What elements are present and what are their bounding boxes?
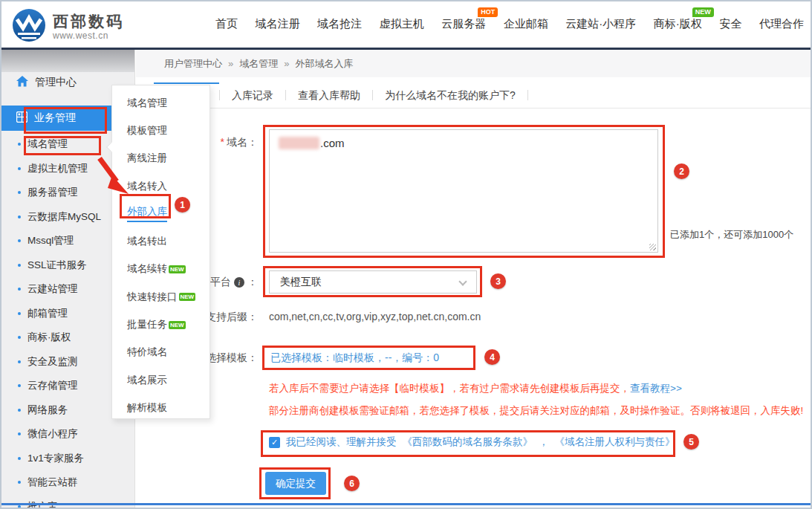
flyout-item-domain-renewal[interactable]: 域名续转NEW [112,256,210,283]
new-badge: NEW [169,321,186,329]
grid-icon [16,111,27,125]
tab-why-not-in-account[interactable]: 为什么域名不在我的账户下? [373,82,527,108]
breadcrumb: 用户管理中心 » 域名管理 » 外部域名入库 [136,50,811,77]
nav-domain-backorder[interactable]: 域名抢注 [317,17,362,31]
nav-site-builder[interactable]: 云建站·小程序 [565,17,636,31]
step-badge-6: 6 [344,476,360,491]
flyout-item-external-storage[interactable]: 外部入库 [112,200,210,227]
flyout-item-domain-transfer-in[interactable]: 域名转入 [112,172,210,200]
sidebar-home-label: 管理中心 [35,76,77,89]
bullet-icon [18,432,21,435]
top-bar: 西部数码 www.west.cn 首页 域名注册 域名抢注 虚拟主机 云服务器H… [1,1,811,50]
new-badge: NEW [169,265,186,273]
info-icon[interactable]: i [234,277,244,288]
step-badge-2: 2 [674,163,689,179]
bullet-icon [18,481,21,484]
home-icon [16,76,28,89]
redacted-domain-blur [279,137,319,149]
sidebar-item-smart-cloud[interactable]: 智能云站群 [1,470,134,495]
flyout-item-dns-template[interactable]: 解析模板 [112,394,210,421]
brand-logo[interactable]: 西部数码 www.west.cn [12,8,124,45]
sidebar-item-promotion[interactable]: 推广宝 [1,495,134,509]
breadcrumb-domain-management[interactable]: 域名管理 [239,57,278,71]
nav-security[interactable]: 安全 [719,17,741,31]
nav-enterprise-mail[interactable]: 企业邮箱 [504,17,548,31]
platform-select[interactable]: 美橙互联 [269,270,477,294]
view-tutorial-link[interactable]: 查看教程>> [630,383,682,394]
brand-logo-icon [12,8,46,45]
new-badge: NEW [179,293,196,301]
tab-storage-records[interactable]: 入库记录 [220,82,285,108]
bullet-icon [18,457,21,460]
agreement-text: 我已经阅读、理解并接受 [286,435,397,449]
flyout-item-special-domains[interactable]: 特价域名 [112,339,210,366]
step-badge-4: 4 [484,349,500,365]
platform-selected-value: 美橙互联 [280,276,322,289]
breadcrumb-separator: » [228,58,233,69]
breadcrumb-current-page: 外部域名入库 [295,57,353,71]
bullet-icon [18,239,21,242]
flyout-item-batch-tasks[interactable]: 批量任务NEW [112,311,210,338]
top-nav: 首页 域名注册 域名抢注 虚拟主机 云服务器HOT 企业邮箱 云建站·小程序 商… [215,1,804,46]
terms-link-registrant-rights[interactable]: 《域名注册人权利与责任》 [555,435,675,449]
flyout-item-domain-transfer-out[interactable]: 域名转出 [112,227,210,255]
new-badge: NEW [692,7,714,17]
step-badge-5: 5 [683,434,699,450]
terms-link-domain-service[interactable]: 《西部数码的域名服务条款》 [403,435,533,449]
notice-template-choice: 若入库后不需要过户请选择【临时模板】，若有过户需求请先创建模板后再提交，查看教程… [269,382,682,395]
brand-name: 西部数码 [53,13,124,30]
nav-cloud-server[interactable]: 云服务器HOT [441,17,486,31]
domain-counter: 已添加1个，还可添加1000个 [670,228,793,241]
domain-value-suffix: .com [320,137,345,149]
nav-domain-register[interactable]: 域名注册 [256,17,300,31]
flyout-item-offline-register[interactable]: 离线注册 [112,145,210,172]
brand-site-url: www.west.cn [53,30,124,41]
flyout-item-template-management[interactable]: 模板管理 [112,117,210,144]
bullet-icon [18,288,21,291]
flyout-item-domain-management[interactable]: 域名管理 [112,89,210,117]
sidebar-item-management-center[interactable]: 管理中心 [16,73,77,92]
textarea-resize-handle[interactable] [649,244,656,250]
step-badge-3: 3 [490,273,506,289]
required-mark: * [221,136,224,148]
chevron-down-icon [458,277,467,285]
domain-management-flyout-menu: 域名管理 模板管理 离线注册 域名转入 外部入库 域名转出 域名续转NEW 快速… [111,85,210,419]
agreement-checkbox[interactable]: ✓ [269,437,280,448]
agreement-separator: ， [539,435,549,449]
footer-accent-line [1,503,811,505]
bullet-icon [18,264,21,267]
sidebar-item-1v1-expert[interactable]: 1v1专家服务 [1,447,134,471]
page: 西部数码 www.west.cn 首页 域名注册 域名抢注 虚拟主机 云服务器H… [0,0,812,509]
bullet-icon [18,336,21,339]
flyout-item-quick-transfer-api[interactable]: 快速转接口NEW [112,283,210,311]
bullet-icon [18,215,21,218]
sidebar-banner [1,50,134,72]
bullet-icon [18,409,21,412]
breadcrumb-separator: » [284,58,289,69]
bullet-icon [18,312,21,315]
bullet-icon [18,167,21,170]
sidebar-item-wechat-miniprogram[interactable]: 微信小程序 [1,422,134,447]
sidebar-section-label: 业务管理 [34,111,76,125]
template-selected-link[interactable]: 已选择模板：临时模板，--，编号：0 [270,351,439,365]
nav-virtual-host[interactable]: 虚拟主机 [380,17,424,31]
bullet-icon [18,191,21,194]
hot-badge: HOT [478,7,498,17]
domain-textarea[interactable]: .com [269,129,658,253]
supported-suffix-value: com,net,cn,cc,tv,org,vip,xyz,top,net.cn,… [269,311,481,322]
bullet-icon [18,384,21,387]
tab-storage-help[interactable]: 查看入库帮助 [286,82,372,108]
step-badge-1: 1 [175,197,190,213]
flyout-item-domain-display[interactable]: 域名展示 [112,366,210,394]
notice-email-verification: 部分注册商创建模板需验证邮箱，若您选择了模板，提交后请关注对应的邮箱，及时操作验… [269,404,803,418]
bullet-icon [18,143,21,146]
breadcrumb-user-center[interactable]: 用户管理中心 [164,57,222,71]
bullet-icon [18,505,21,508]
tab-divider [527,90,528,100]
submit-button[interactable]: 确定提交 [265,472,326,495]
agreement-row: ✓ 我已经阅读、理解并接受 《西部数码的域名服务条款》 ， 《域名注册人权利与责… [269,435,675,449]
nav-agent[interactable]: 代理合作 [759,17,804,31]
nav-home[interactable]: 首页 [215,17,238,31]
bullet-icon [18,360,21,363]
nav-trademark[interactable]: 商标·版权NEW [654,17,702,31]
